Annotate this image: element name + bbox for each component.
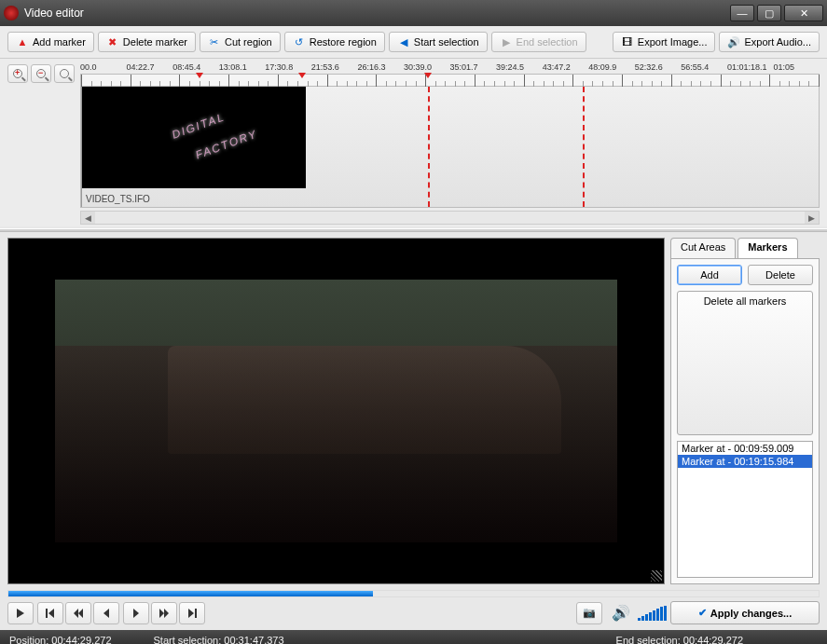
tab-markers[interactable]: Markers [737,238,797,258]
first-frame-button[interactable] [37,602,63,624]
title-bar: Video editor — ▢ ✕ [0,0,827,26]
timeline-zone: + − 00.004:22.708:45.413:08.117:30.821:5… [0,59,827,226]
maximize-button[interactable]: ▢ [757,5,781,21]
panel-divider [0,228,827,232]
marker-list[interactable]: Marker at - 00:09:59.009Marker at - 00:1… [677,441,813,578]
clip-name: VIDEO_TS.IFO [86,194,150,204]
ruler-label: 43:47.2 [543,62,589,74]
ruler-label: 01:05 [773,62,820,74]
selection-start-icon: ◀ [397,35,410,48]
export-image-button[interactable]: 🎞Export Image... [613,32,716,52]
ruler-label: 26:16.3 [357,62,404,74]
restore-region-button[interactable]: ↺Restore region [284,32,385,52]
selection-boundary[interactable] [428,87,430,207]
marker-add-icon: ▲ [16,35,29,48]
window-title: Video editor [24,7,84,20]
ruler-label: 52:32.6 [635,62,682,74]
volume-bars[interactable] [638,606,667,621]
prev-frame-button[interactable] [93,602,119,624]
scroll-left-arrow[interactable]: ◀ [81,212,95,224]
export-audio-label: Export Audio... [744,36,811,48]
end-selection-button: ▶End selection [491,32,586,52]
delete-all-markers-button[interactable]: Delete all markers [677,291,813,435]
timeline-marker[interactable] [196,73,203,78]
marker-list-item[interactable]: Marker at - 00:19:15.984 [678,455,812,468]
ruler-label: 35:01.7 [450,62,497,74]
video-frame [55,280,617,542]
status-position-label: Position: [9,635,48,644]
ruler-label: 39:24.5 [496,62,543,74]
zoom-in-button[interactable]: + [7,64,28,83]
tab-cut-areas[interactable]: Cut Areas [670,238,736,258]
status-end-label: End selection: [616,635,681,644]
main-toolbar: ▲Add marker ✖Delete marker ✂Cut region ↺… [0,26,827,59]
ruler-label: 04:22.7 [127,62,173,74]
timeline-scrollbar[interactable]: ◀ ▶ [80,211,820,225]
check-icon: ✔ [698,607,707,619]
scroll-right-arrow[interactable]: ▶ [805,212,819,224]
export-image-label: Export Image... [638,36,708,48]
selection-end-icon: ▶ [500,35,513,48]
resize-grip[interactable] [651,570,662,582]
delete-marker-button[interactable]: ✖Delete marker [98,32,196,52]
video-preview [7,238,665,584]
image-export-icon: 🎞 [621,35,634,48]
ruler-label: 01:01:18.1 [727,62,774,74]
cut-region-label: Cut region [225,36,272,48]
ruler-labels: 00.004:22.708:45.413:08.117:30.821:53.62… [80,62,820,74]
close-button[interactable]: ✕ [784,5,823,21]
status-end: 00:44:29.272 [683,635,743,644]
panel-delete-button[interactable]: Delete [748,265,813,285]
marker-delete-icon: ✖ [106,35,119,48]
ruler-label: 21:53.6 [311,62,358,74]
thumb-logo-1: DIGITAL [170,110,227,142]
last-frame-button[interactable] [179,602,205,624]
status-position: 00:44:29.272 [51,635,111,644]
start-selection-button[interactable]: ◀Start selection [389,32,488,52]
add-marker-button[interactable]: ▲Add marker [7,32,94,52]
marker-list-item[interactable]: Marker at - 00:09:59.009 [678,442,812,455]
end-selection-label: End selection [517,36,578,48]
start-selection-label: Start selection [414,36,479,48]
step-fwd-button[interactable] [151,602,177,624]
thumb-logo-2: FACTORY [194,127,259,161]
panel-add-button[interactable]: Add [677,265,742,285]
timeline-ruler[interactable] [80,74,820,87]
timeline-track[interactable]: DIGITAL FACTORY VIDEO_TS.IFO [80,87,820,208]
app-icon [4,6,19,21]
clip-thumbnail: DIGITAL FACTORY [82,87,306,188]
selection-boundary[interactable] [583,87,585,207]
timeline-marker[interactable] [424,73,432,78]
minimize-button[interactable]: — [730,5,754,21]
play-progress-bar[interactable] [7,590,820,597]
restore-region-label: Restore region [310,36,377,48]
ruler-label: 56:55.4 [681,62,727,74]
ruler-label: 48:09.9 [588,62,635,74]
add-marker-label: Add marker [33,36,86,48]
next-frame-button[interactable] [123,602,149,624]
delete-marker-label: Delete marker [123,36,187,48]
play-button[interactable] [7,602,34,624]
timeline-marker[interactable] [298,73,306,78]
scissors-icon: ✂ [208,35,221,48]
ruler-label: 13:08.1 [219,62,266,74]
status-start-label: Start selection: [154,635,222,644]
volume-icon[interactable]: 🔊 [612,604,630,622]
status-bar: Position: 00:44:29.272 Start selection: … [0,630,827,644]
restore-icon: ↺ [293,35,306,48]
cut-region-button[interactable]: ✂Cut region [200,32,281,52]
apply-changes-button[interactable]: ✔Apply changes... [670,601,820,624]
step-back-button[interactable] [65,602,91,624]
export-audio-button[interactable]: 🔊Export Audio... [719,32,820,52]
zoom-out-button[interactable]: − [31,64,51,83]
zoom-fit-button[interactable] [54,64,75,83]
ruler-label: 00.0 [80,62,127,74]
snapshot-button[interactable]: 📷 [576,602,602,624]
status-start: 00:31:47.373 [224,635,283,644]
audio-export-icon: 🔊 [727,35,740,48]
